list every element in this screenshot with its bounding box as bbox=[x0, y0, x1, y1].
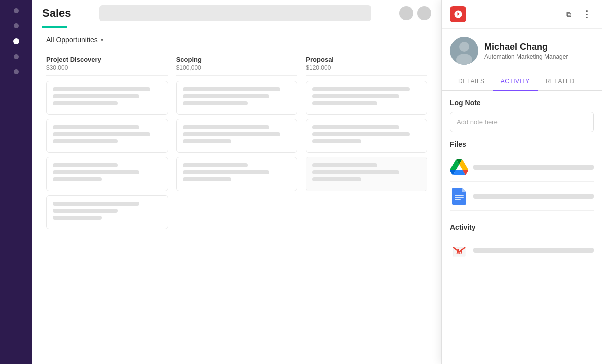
files-title: Files bbox=[450, 140, 594, 148]
sidebar-item-2[interactable] bbox=[14, 23, 19, 28]
col-amount-1: $30,000 bbox=[46, 64, 168, 71]
svg-text:M: M bbox=[456, 248, 462, 256]
topbar-btn-2[interactable] bbox=[417, 6, 431, 20]
col-header-3: Proposal $120,000 bbox=[306, 52, 427, 76]
topbar: Sales bbox=[32, 0, 441, 26]
panel-tabs: DETAILS ACTIVITY RELATED bbox=[442, 73, 602, 91]
kanban-card[interactable] bbox=[46, 157, 168, 191]
tab-activity[interactable]: ACTIVITY bbox=[493, 73, 538, 91]
activity-item-gmail[interactable]: M bbox=[450, 236, 594, 264]
topbar-btn-1[interactable] bbox=[399, 6, 413, 20]
col-header-1: Project Discovery $30,000 bbox=[46, 52, 168, 76]
card-line bbox=[312, 94, 399, 98]
col-amount-2: $100,000 bbox=[176, 64, 298, 71]
card-line bbox=[53, 87, 150, 91]
google-docs-icon bbox=[450, 187, 468, 205]
svg-point-1 bbox=[459, 42, 469, 52]
more-options-button[interactable]: ⋮ bbox=[580, 7, 594, 21]
tab-related[interactable]: RELATED bbox=[538, 73, 583, 91]
sidebar-item-5[interactable] bbox=[14, 69, 19, 74]
card-line bbox=[183, 177, 232, 181]
activity-title: Activity bbox=[450, 223, 594, 231]
svg-rect-5 bbox=[455, 199, 461, 200]
card-line bbox=[312, 101, 377, 105]
kanban-card[interactable] bbox=[46, 195, 168, 229]
card-line bbox=[183, 163, 248, 167]
topbar-actions bbox=[399, 6, 431, 20]
card-line bbox=[312, 139, 361, 143]
profile-section: Michael Chang Automation Marketing Manag… bbox=[442, 29, 602, 73]
sidebar bbox=[0, 0, 32, 364]
profile-job-title: Automation Marketing Manager bbox=[484, 53, 568, 60]
kanban-board: Project Discovery $30,000 bbox=[32, 52, 441, 364]
kanban-card[interactable] bbox=[46, 119, 168, 153]
sidebar-item-3[interactable] bbox=[13, 38, 19, 44]
card-line bbox=[312, 177, 361, 181]
filter-label: All Opportunities bbox=[46, 36, 98, 44]
kanban-card[interactable] bbox=[46, 81, 168, 115]
col-amount-3: $120,000 bbox=[306, 64, 427, 71]
file-line bbox=[473, 165, 594, 170]
sidebar-item-4[interactable] bbox=[14, 54, 19, 59]
card-line bbox=[312, 132, 410, 136]
profile-name: Michael Chang bbox=[484, 42, 568, 52]
file-line bbox=[473, 194, 594, 199]
profile-info: Michael Chang Automation Marketing Manag… bbox=[484, 42, 568, 60]
panel-content: Log Note Add note here Files bbox=[442, 91, 602, 364]
search-bar[interactable] bbox=[99, 5, 372, 21]
kanban-card[interactable] bbox=[176, 81, 298, 115]
right-panel: ⧉ ⋮ Michael Chang Automation Marketing M… bbox=[441, 0, 602, 364]
card-line bbox=[53, 216, 102, 220]
col-title-3: Proposal bbox=[306, 56, 427, 63]
col-title-1: Project Discovery bbox=[46, 56, 168, 63]
activity-section: Activity M bbox=[450, 223, 594, 264]
external-link-button[interactable]: ⧉ bbox=[562, 7, 576, 21]
kanban-col-proposal: Proposal $120,000 bbox=[302, 52, 431, 364]
kanban-col-scoping: Scoping $100,000 bbox=[172, 52, 302, 364]
card-line bbox=[312, 170, 399, 174]
panel-logo bbox=[450, 6, 466, 22]
card-line bbox=[53, 125, 139, 129]
google-drive-icon bbox=[450, 158, 468, 176]
tab-details[interactable]: DETAILS bbox=[450, 73, 493, 91]
card-line bbox=[183, 125, 269, 129]
card-line bbox=[183, 170, 269, 174]
log-note-area[interactable]: Add note here bbox=[450, 112, 594, 132]
filter-row: All Opportunities ▾ bbox=[32, 32, 441, 52]
separator bbox=[450, 219, 594, 219]
files-section: Files bbox=[450, 140, 594, 211]
page-title: Sales bbox=[42, 7, 71, 20]
card-line bbox=[53, 101, 118, 105]
panel-header: ⧉ ⋮ bbox=[442, 0, 602, 29]
kanban-card[interactable] bbox=[306, 119, 427, 153]
card-line bbox=[53, 202, 139, 206]
card-line bbox=[312, 87, 410, 91]
card-line bbox=[53, 163, 118, 167]
kanban-card[interactable] bbox=[176, 119, 298, 153]
panel-header-actions: ⧉ ⋮ bbox=[562, 7, 594, 21]
svg-rect-4 bbox=[455, 197, 464, 198]
card-line bbox=[183, 139, 232, 143]
all-opportunities-filter[interactable]: All Opportunities ▾ bbox=[42, 34, 107, 46]
avatar bbox=[450, 37, 478, 65]
kanban-col-project-discovery: Project Discovery $30,000 bbox=[42, 52, 172, 364]
col-title-2: Scoping bbox=[176, 56, 298, 63]
file-item-gdrive[interactable] bbox=[450, 153, 594, 182]
kanban-card[interactable] bbox=[176, 157, 298, 191]
log-note-title: Log Note bbox=[450, 99, 594, 107]
title-underline bbox=[42, 26, 67, 28]
kanban-card[interactable] bbox=[306, 81, 427, 115]
card-line bbox=[53, 139, 118, 143]
card-line bbox=[183, 101, 248, 105]
card-line bbox=[312, 125, 399, 129]
file-item-gdocs[interactable] bbox=[450, 182, 594, 211]
col-header-2: Scoping $100,000 bbox=[176, 52, 298, 76]
svg-rect-3 bbox=[455, 195, 464, 196]
card-line bbox=[53, 94, 139, 98]
kanban-card[interactable] bbox=[306, 157, 427, 191]
card-line bbox=[53, 177, 102, 181]
card-line bbox=[312, 163, 377, 167]
gmail-icon: M bbox=[450, 241, 468, 259]
card-line bbox=[183, 94, 269, 98]
sidebar-item-1[interactable] bbox=[14, 8, 19, 13]
